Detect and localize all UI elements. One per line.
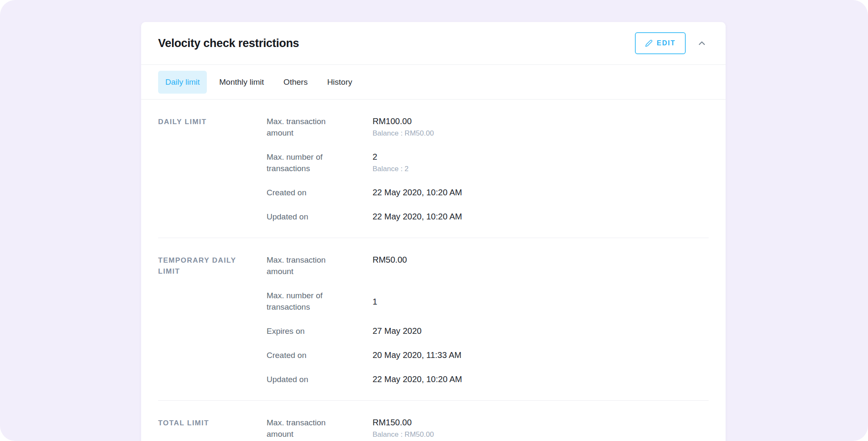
field-balance: Balance : RM50.00: [373, 430, 709, 439]
card-header: Velocity check restrictions EDIT: [141, 22, 726, 65]
section-heading: TOTAL LIMIT: [158, 417, 267, 441]
field-value: 22 May 2020, 10:20 AM: [373, 187, 709, 198]
field-value-wrap: 22 May 2020, 10:20 AM: [373, 211, 709, 222]
row-created-on: Created on 20 May 2020, 11:33 AM: [267, 349, 709, 361]
edit-button[interactable]: EDIT: [635, 32, 686, 54]
tab-others[interactable]: Others: [276, 71, 315, 94]
field-label: Max. transaction amount: [267, 254, 341, 277]
field-value: RM50.00: [373, 254, 709, 266]
section-rows: Max. transaction amount RM100.00 Balance…: [267, 116, 709, 225]
field-label: Created on: [267, 349, 341, 361]
tab-bar: Daily limitMonthly limitOthersHistory: [141, 65, 726, 100]
row-updated-on: Updated on 22 May 2020, 10:20 AM: [267, 374, 709, 385]
section-total-limit: TOTAL LIMIT Max. transaction amount RM15…: [158, 401, 709, 441]
field-balance: Balance : RM50.00: [373, 129, 709, 138]
tab-monthly-limit[interactable]: Monthly limit: [212, 71, 271, 94]
tab-daily-limit[interactable]: Daily limit: [158, 71, 207, 94]
row-max-transaction-amount: Max. transaction amount RM50.00: [267, 254, 709, 277]
row-created-on: Created on 22 May 2020, 10:20 AM: [267, 187, 709, 198]
field-value-wrap: 22 May 2020, 10:20 AM: [373, 187, 709, 198]
field-value: 1: [373, 296, 709, 308]
page-background: Velocity check restrictions EDIT: [0, 0, 868, 441]
section-heading: TEMPORARY DAILY LIMIT: [158, 254, 267, 388]
section-daily-limit: DAILY LIMIT Max. transaction amount RM10…: [158, 100, 709, 238]
field-value-wrap: 27 May 2020: [373, 325, 709, 337]
field-value-wrap: 22 May 2020, 10:20 AM: [373, 374, 709, 385]
field-value: 22 May 2020, 10:20 AM: [373, 374, 709, 385]
pencil-icon: [645, 39, 653, 47]
field-label: Max. number of transactions: [267, 290, 341, 313]
row-expires-on: Expires on 27 May 2020: [267, 325, 709, 337]
velocity-check-card: Velocity check restrictions EDIT: [141, 22, 726, 441]
field-label: Updated on: [267, 211, 341, 222]
section-temporary-daily-limit: TEMPORARY DAILY LIMIT Max. transaction a…: [158, 238, 709, 401]
section-rows: Max. transaction amount RM150.00 Balance…: [267, 417, 709, 441]
field-value: RM150.00: [373, 417, 709, 428]
field-value: RM100.00: [373, 116, 709, 127]
field-label: Updated on: [267, 374, 341, 385]
section-heading: DAILY LIMIT: [158, 116, 267, 225]
field-value-wrap: 2 Balance : 2: [373, 151, 709, 174]
field-balance: Balance : 2: [373, 165, 709, 173]
row-max-number-of-transactions: Max. number of transactions 1: [267, 290, 709, 313]
edit-button-label: EDIT: [657, 39, 676, 47]
page-title: Velocity check restrictions: [158, 37, 299, 50]
tab-history[interactable]: History: [320, 71, 359, 94]
field-value-wrap: RM50.00: [373, 254, 709, 277]
row-updated-on: Updated on 22 May 2020, 10:20 AM: [267, 211, 709, 222]
field-label: Max. transaction amount: [267, 116, 341, 139]
row-max-number-of-transactions: Max. number of transactions 2 Balance : …: [267, 151, 709, 174]
header-actions: EDIT: [635, 32, 709, 54]
field-value-wrap: RM100.00 Balance : RM50.00: [373, 116, 709, 139]
field-label: Expires on: [267, 325, 341, 337]
chevron-up-icon: [697, 38, 707, 48]
field-label: Max. number of transactions: [267, 151, 341, 174]
field-value: 27 May 2020: [373, 325, 709, 337]
field-label: Created on: [267, 187, 341, 198]
field-label: Max. transaction amount: [267, 417, 341, 440]
field-value-wrap: 20 May 2020, 11:33 AM: [373, 349, 709, 361]
field-value-wrap: 1: [373, 290, 709, 313]
row-max-transaction-amount: Max. transaction amount RM150.00 Balance…: [267, 417, 709, 440]
collapse-button[interactable]: [695, 36, 709, 50]
field-value: 20 May 2020, 11:33 AM: [373, 349, 709, 361]
field-value: 2: [373, 151, 709, 163]
row-max-transaction-amount: Max. transaction amount RM100.00 Balance…: [267, 116, 709, 139]
field-value-wrap: RM150.00 Balance : RM50.00: [373, 417, 709, 440]
section-rows: Max. transaction amount RM50.00 Max. num…: [267, 254, 709, 388]
limits-content: DAILY LIMIT Max. transaction amount RM10…: [158, 100, 709, 441]
field-value: 22 May 2020, 10:20 AM: [373, 211, 709, 222]
